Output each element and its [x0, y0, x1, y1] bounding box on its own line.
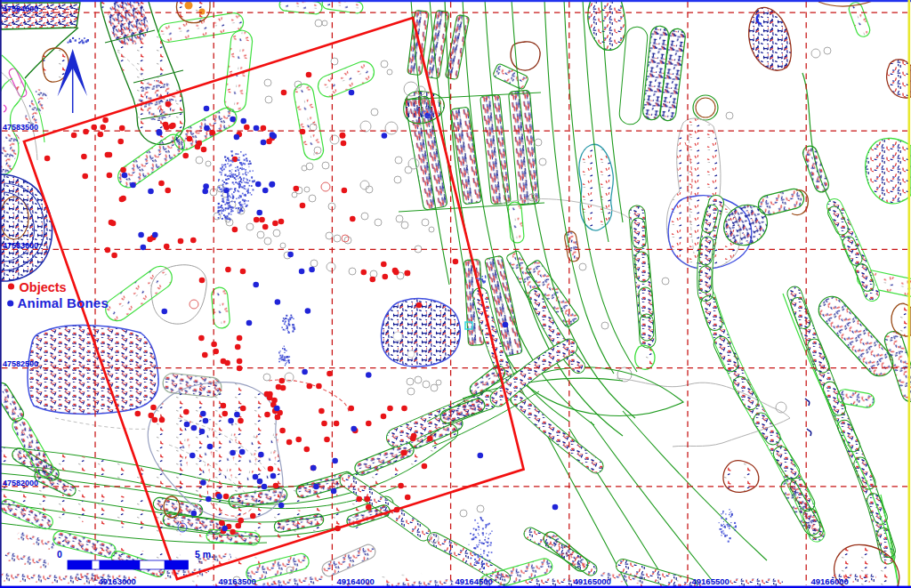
svg-text:49164500: 49164500	[456, 576, 493, 586]
svg-text:Objects: Objects	[20, 280, 67, 294]
svg-text:47584000: 47584000	[3, 4, 38, 13]
svg-text:49165000: 49165000	[574, 576, 611, 586]
svg-text:5 m.: 5 m.	[195, 549, 214, 560]
svg-text:47582500: 47582500	[3, 359, 38, 368]
svg-text:47583500: 47583500	[3, 123, 38, 132]
svg-text:49164000: 49164000	[337, 576, 375, 586]
svg-text:49163500: 49163500	[219, 576, 256, 586]
svg-text:49163000: 49163000	[99, 576, 136, 586]
svg-text:0: 0	[57, 549, 62, 560]
svg-text:49165500: 49165500	[692, 576, 730, 586]
svg-text:47583000: 47583000	[3, 241, 38, 250]
svg-text:49166000: 49166000	[811, 576, 849, 586]
svg-text:47582000: 47582000	[3, 479, 38, 487]
svg-text:Animal Bones: Animal Bones	[18, 295, 109, 310]
